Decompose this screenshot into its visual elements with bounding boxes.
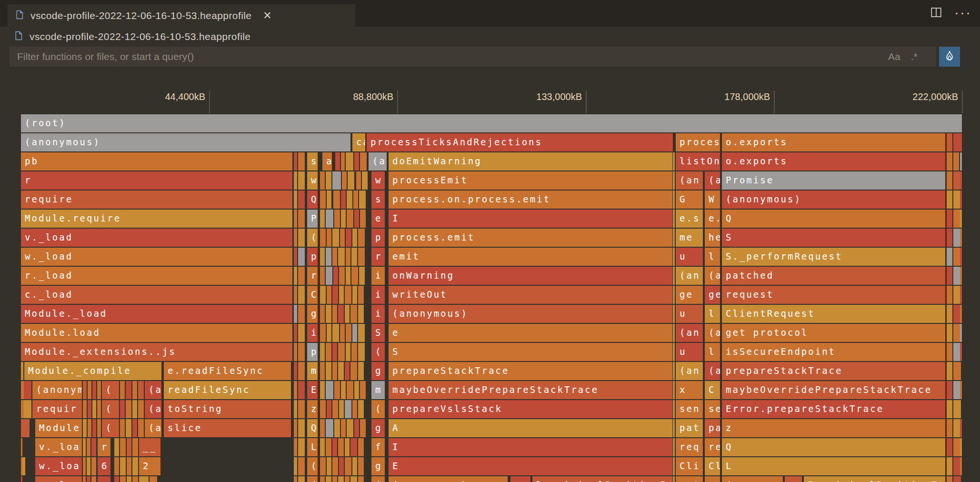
flame-cell-sliver[interactable] xyxy=(358,324,365,342)
flame-cell-sliver[interactable] xyxy=(350,362,357,380)
flame-cell-sliver[interactable] xyxy=(298,171,305,190)
flame-cell-sliver[interactable] xyxy=(673,324,675,342)
flame-cell[interactable]: (an xyxy=(676,362,703,380)
flame-cell[interactable]: r xyxy=(307,267,318,285)
flame-cell-sliver[interactable] xyxy=(127,476,131,482)
flame-cell-sliver[interactable] xyxy=(132,476,138,482)
flame-cell-sliver[interactable] xyxy=(320,419,325,437)
flame-cell[interactable]: l xyxy=(705,305,720,323)
flame-cell-sliver[interactable] xyxy=(126,400,131,418)
flame-cell[interactable]: prepareVslsStack xyxy=(389,400,672,418)
flame-cell-sliver[interactable] xyxy=(960,324,962,342)
flame-cell-sliver[interactable] xyxy=(947,400,952,418)
flame-cell-sliver[interactable] xyxy=(326,381,333,399)
flame-cell-sliver[interactable] xyxy=(97,381,101,399)
flame-cell-sliver[interactable] xyxy=(953,419,960,437)
flame-cell-sliver[interactable] xyxy=(338,362,344,380)
flame-cell[interactable]: s xyxy=(307,152,318,171)
flame-cell-sliver[interactable] xyxy=(294,438,297,456)
flame-cell-sliver[interactable] xyxy=(320,267,325,285)
flame-cell-sliver[interactable] xyxy=(673,248,675,266)
flame-cell-sliver[interactable] xyxy=(327,229,331,247)
flame-cell-sliver[interactable] xyxy=(332,457,338,475)
flame-cell[interactable]: E xyxy=(389,457,672,475)
flame-cell[interactable]: w xyxy=(371,171,385,190)
flame-cell-sliver[interactable] xyxy=(294,248,297,266)
flame-cell-sliver[interactable] xyxy=(358,229,365,247)
flame-cell-sliver[interactable] xyxy=(960,286,962,304)
flame-cell[interactable]: z xyxy=(307,400,318,418)
flame-cell-sliver[interactable] xyxy=(947,210,952,228)
flame-cell-sliver[interactable] xyxy=(358,286,364,304)
flame-cell[interactable]: Q xyxy=(307,419,318,437)
flame-cell-sliver[interactable] xyxy=(960,171,962,190)
flame-cell-sliver[interactable] xyxy=(345,476,350,482)
flame-cell[interactable]: r xyxy=(98,476,110,482)
flame-cell-sliver[interactable] xyxy=(947,419,952,437)
flame-cell[interactable]: g xyxy=(307,305,318,323)
flame-cell[interactable]: (an xyxy=(676,267,703,285)
flame-cell-sliver[interactable] xyxy=(345,457,351,475)
flame-cell-sliver[interactable] xyxy=(298,457,305,475)
flame-cell[interactable]: 2 xyxy=(139,457,160,475)
flame-cell[interactable]: v._loa xyxy=(35,438,82,456)
flame-cell-sliver[interactable] xyxy=(327,286,331,304)
flame-cell-sliver[interactable] xyxy=(114,476,119,482)
flame-cell[interactable]: i xyxy=(371,286,385,304)
flame-cell-sliver[interactable] xyxy=(953,305,960,323)
flame-cell-sliver[interactable] xyxy=(358,400,364,418)
flame-cell[interactable]: m xyxy=(307,362,318,380)
flame-cell[interactable]: listOn xyxy=(676,152,720,171)
flame-cell-sliver[interactable] xyxy=(345,438,350,456)
flame-cell[interactable]: f xyxy=(371,438,385,456)
flame-cell-sliver[interactable] xyxy=(320,248,325,266)
flame-cell-sliver[interactable] xyxy=(320,476,325,482)
flame-cell-sliver[interactable] xyxy=(947,171,952,190)
flame-cell-sliver[interactable] xyxy=(294,381,297,399)
flame-cell-sliver[interactable] xyxy=(673,400,675,418)
flame-cell-sliver[interactable] xyxy=(120,457,126,475)
flame-cell-sliver[interactable] xyxy=(92,419,96,437)
flame-cell[interactable]: ( xyxy=(102,381,119,399)
flame-cell[interactable]: ( xyxy=(371,476,385,482)
flame-cell-sliver[interactable] xyxy=(298,229,305,247)
flame-cell-sliver[interactable] xyxy=(320,438,325,456)
flame-cell[interactable]: pa xyxy=(705,419,720,437)
flame-cell[interactable]: Module.load xyxy=(21,324,292,342)
flame-cell-sliver[interactable] xyxy=(354,419,359,437)
flame-cell-sliver[interactable] xyxy=(294,343,297,361)
flame-cell[interactable]: __ xyxy=(139,438,160,456)
flame-cell-sliver[interactable] xyxy=(326,343,331,361)
flame-cell-sliver[interactable] xyxy=(358,305,364,323)
flame-cell[interactable]: Module._compile xyxy=(24,362,161,380)
flame-cell-sliver[interactable] xyxy=(326,171,331,190)
flame-cell-sliver[interactable] xyxy=(332,305,337,323)
flame-cell-sliver[interactable] xyxy=(294,419,297,437)
flame-cell[interactable]: a xyxy=(322,152,332,171)
flame-cell-sliver[interactable] xyxy=(294,476,297,482)
flame-cell-sliver[interactable] xyxy=(354,210,359,228)
flame-cell[interactable]: p xyxy=(371,229,385,247)
flame-cell-sliver[interactable] xyxy=(294,362,297,380)
flame-cell[interactable]: r xyxy=(21,171,292,190)
flame-cell-sliver[interactable] xyxy=(947,324,952,342)
flame-cell-sliver[interactable] xyxy=(953,210,960,228)
flame-cell-sliver[interactable] xyxy=(332,400,338,418)
flame-cell-sliver[interactable] xyxy=(345,400,351,418)
flame-cell[interactable]: patched xyxy=(722,267,945,285)
flame-cell[interactable]: l.originalPositionFo xyxy=(532,476,672,482)
flame-cell-sliver[interactable] xyxy=(298,476,305,482)
flame-cell-sliver[interactable] xyxy=(673,438,675,456)
flame-cell-sliver[interactable] xyxy=(120,438,126,456)
flame-cell-sliver[interactable] xyxy=(88,400,91,418)
flame-cell-sliver[interactable] xyxy=(360,210,366,228)
flame-cell-sliver[interactable] xyxy=(332,324,339,342)
flame-cell-sliver[interactable] xyxy=(358,343,365,361)
flame-cell-sliver[interactable] xyxy=(673,305,675,323)
flame-cell-sliver[interactable] xyxy=(126,381,131,399)
flame-cell[interactable]: r xyxy=(371,248,385,266)
flame-cell-sliver[interactable] xyxy=(345,286,351,304)
flame-cell-sliver[interactable] xyxy=(294,152,297,171)
flame-cell-sliver[interactable] xyxy=(960,343,962,361)
flame-cell-sliver[interactable] xyxy=(953,133,962,151)
